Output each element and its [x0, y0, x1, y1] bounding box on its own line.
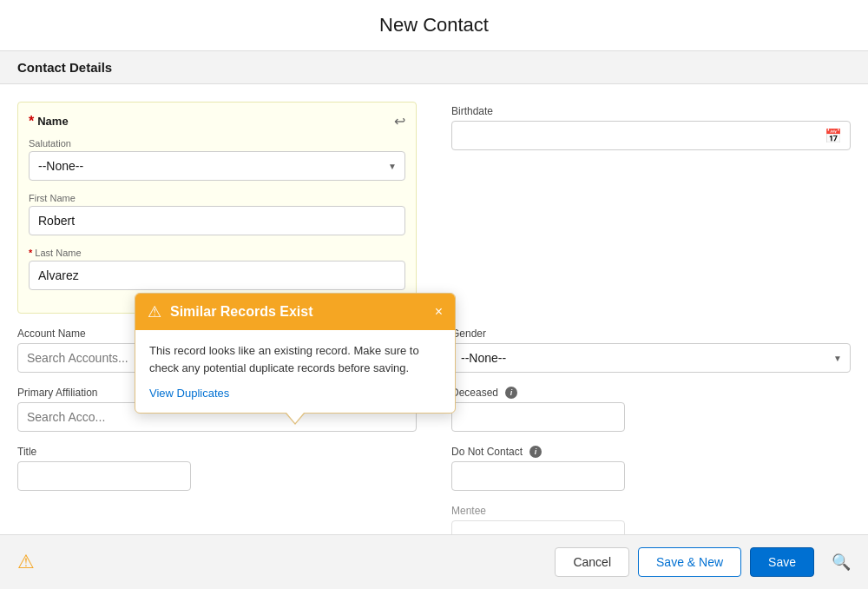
- footer: ⚠ Cancel Save & New Save 🔍: [0, 534, 868, 589]
- view-duplicates-link[interactable]: View Duplicates: [149, 387, 229, 400]
- footer-search-icon[interactable]: 🔍: [832, 553, 851, 572]
- birthdate-label: Birthdate: [451, 105, 851, 117]
- page-title: New Contact: [17, 14, 851, 36]
- first-name-label: First Name: [29, 193, 405, 203]
- section-header: Contact Details: [0, 51, 868, 84]
- do-not-contact-info-icon: i: [529, 446, 542, 458]
- last-name-required-marker: *: [29, 248, 32, 258]
- mentee-field: Mentee: [451, 505, 851, 534]
- footer-left: ⚠: [17, 551, 546, 573]
- do-not-contact-input[interactable]: [451, 461, 625, 491]
- popup-body: This record looks like an existing recor…: [135, 330, 455, 413]
- last-name-field: * Last Name: [29, 248, 405, 290]
- undo-icon[interactable]: ↩: [394, 113, 405, 129]
- section-title: Contact Details: [17, 60, 112, 75]
- first-name-field: First Name: [29, 193, 405, 235]
- do-not-contact-label: Do Not Contact i: [451, 446, 851, 458]
- deceased-label: Deceased i: [451, 387, 851, 399]
- form-body: * Name ↩ Salutation --None-- Mr. Ms. Mrs…: [0, 84, 868, 534]
- mentee-label: Mentee: [451, 505, 851, 517]
- save-new-button[interactable]: Save & New: [638, 547, 741, 577]
- gender-select-wrapper: --None-- Male Female Other: [451, 343, 851, 373]
- deceased-input[interactable]: [451, 402, 625, 432]
- duplicate-popup: ⚠ Similar Records Exist × This record lo…: [135, 293, 456, 414]
- salutation-select[interactable]: --None-- Mr. Ms. Mrs. Dr. Prof.: [29, 151, 405, 181]
- name-field-label: Name: [37, 115, 68, 128]
- name-block: * Name ↩ Salutation --None-- Mr. Ms. Mrs…: [17, 102, 417, 314]
- gender-field: Gender --None-- Male Female Other: [451, 328, 851, 373]
- last-name-input[interactable]: [29, 261, 405, 290]
- footer-warning-icon: ⚠: [17, 551, 35, 573]
- popup-header: ⚠ Similar Records Exist ×: [135, 294, 455, 330]
- title-label: Title: [17, 446, 417, 458]
- salutation-field: Salutation --None-- Mr. Ms. Mrs. Dr. Pro…: [29, 138, 405, 181]
- do-not-contact-field: Do Not Contact i: [451, 446, 851, 491]
- main-content: Contact Details * Name ↩ Salutation --No…: [0, 51, 868, 534]
- popup-body-text: This record looks like an existing recor…: [149, 342, 441, 376]
- salutation-select-wrapper: --None-- Mr. Ms. Mrs. Dr. Prof.: [29, 151, 405, 181]
- deceased-info-icon: i: [505, 387, 517, 399]
- salutation-label: Salutation: [29, 138, 405, 149]
- name-required-marker: *: [29, 114, 34, 129]
- deceased-field: Deceased i: [451, 387, 851, 432]
- cancel-button[interactable]: Cancel: [555, 547, 629, 577]
- title-field: Title: [17, 446, 417, 491]
- birthdate-input[interactable]: [451, 121, 851, 150]
- birthdate-wrapper: 📅: [451, 121, 851, 150]
- birthdate-field: Birthdate 📅: [451, 105, 851, 314]
- mentee-input[interactable]: [451, 520, 625, 534]
- last-name-label: * Last Name: [29, 248, 405, 258]
- gender-label: Gender: [451, 328, 851, 340]
- popup-title: Similar Records Exist: [170, 304, 426, 320]
- title-input[interactable]: [17, 461, 191, 491]
- gender-select[interactable]: --None-- Male Female Other: [451, 343, 851, 373]
- popup-warning-icon: ⚠: [148, 302, 161, 321]
- calendar-icon[interactable]: 📅: [825, 128, 842, 144]
- save-button[interactable]: Save: [750, 547, 814, 577]
- popup-close-button[interactable]: ×: [435, 305, 443, 319]
- first-name-input[interactable]: [29, 206, 405, 235]
- page-header: New Contact: [0, 0, 868, 51]
